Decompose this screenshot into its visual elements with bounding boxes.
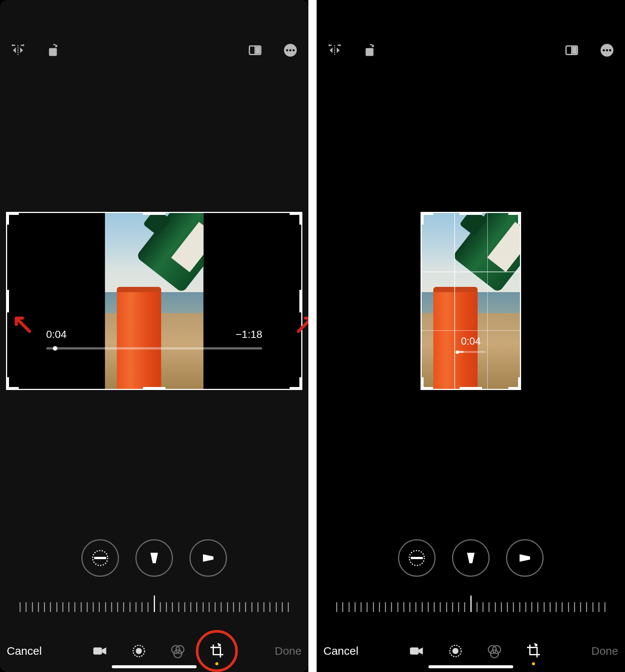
svg-rect-9 [93, 647, 102, 654]
vertical-perspective-button[interactable] [452, 539, 490, 577]
current-time: 0:04 [46, 328, 67, 340]
straighten-button[interactable] [398, 539, 436, 577]
editor-tabs [408, 643, 542, 659]
current-time: 0:04 [456, 336, 486, 347]
video-scrubber[interactable]: 0:04 [456, 336, 486, 353]
svg-point-4 [286, 49, 288, 51]
svg-point-21 [609, 49, 611, 51]
svg-rect-17 [572, 47, 577, 54]
annotation-highlight-ring [196, 630, 238, 672]
svg-rect-0 [49, 48, 57, 56]
svg-point-11 [136, 648, 141, 653]
vertical-perspective-button[interactable] [135, 539, 173, 577]
video-scrubber[interactable]: 0:04 −1:18 [46, 328, 262, 350]
left-screen: 0:04 −1:18 [0, 0, 308, 672]
rotate-icon[interactable] [361, 41, 379, 59]
crop-stage: 0:04 [323, 212, 619, 390]
crop-tab[interactable] [525, 643, 542, 659]
done-button[interactable]: Done [591, 645, 618, 657]
rotate-icon[interactable] [44, 41, 62, 59]
crop-stage: 0:04 −1:18 [6, 212, 302, 390]
svg-rect-24 [410, 647, 419, 654]
crop-top-toolbar [9, 41, 299, 59]
svg-rect-15 [366, 48, 374, 56]
crop-frame[interactable]: 0:04 [421, 212, 521, 390]
crop-frame[interactable]: 0:04 −1:18 [6, 212, 302, 390]
ellipsis-icon[interactable] [598, 41, 616, 59]
cancel-button[interactable]: Cancel [323, 645, 358, 657]
flip-horizontal-icon[interactable] [9, 41, 27, 59]
ellipsis-icon[interactable] [281, 41, 299, 59]
bottom-bar: Cancel Done [317, 643, 625, 659]
angle-dial[interactable] [336, 596, 605, 612]
crop-tab[interactable] [209, 643, 225, 659]
aspect-ratio-icon[interactable] [246, 41, 264, 59]
svg-point-19 [603, 49, 605, 51]
filters-tab[interactable] [486, 643, 503, 659]
svg-rect-23 [411, 557, 423, 559]
video-thumbnail [105, 213, 204, 389]
video-thumbnail [422, 213, 520, 389]
crop-adjust-row [398, 539, 544, 577]
video-tab[interactable] [92, 643, 108, 659]
angle-dial[interactable] [20, 596, 289, 612]
horizontal-perspective-button[interactable] [506, 539, 544, 577]
bottom-bar: Cancel Done [0, 643, 308, 659]
remaining-time: −1:18 [236, 328, 262, 340]
svg-rect-8 [94, 557, 106, 559]
svg-point-5 [289, 49, 291, 51]
svg-rect-2 [256, 47, 260, 54]
crop-top-toolbar [326, 41, 616, 59]
svg-point-26 [453, 648, 458, 653]
home-indicator [112, 665, 197, 668]
flip-horizontal-icon[interactable] [326, 41, 344, 59]
cancel-button[interactable]: Cancel [7, 645, 42, 657]
video-tab[interactable] [408, 643, 425, 659]
crop-adjust-row [81, 539, 227, 577]
svg-point-20 [606, 49, 608, 51]
svg-point-6 [293, 49, 295, 51]
straighten-button[interactable] [81, 539, 119, 577]
adjust-tab[interactable] [447, 643, 464, 659]
home-indicator [428, 665, 513, 668]
editor-tabs [92, 643, 225, 659]
aspect-ratio-icon[interactable] [563, 41, 581, 59]
right-screen: 0:04 Cancel [317, 0, 625, 672]
horizontal-perspective-button[interactable] [189, 539, 227, 577]
filters-tab[interactable] [170, 643, 186, 659]
adjust-tab[interactable] [131, 643, 147, 659]
screenshot-divider [308, 0, 317, 672]
done-button[interactable]: Done [275, 645, 302, 657]
